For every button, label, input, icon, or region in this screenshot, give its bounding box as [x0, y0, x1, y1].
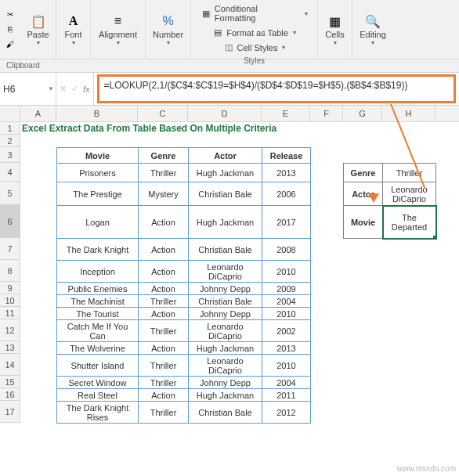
table-cell[interactable]: The Prestige [57, 182, 139, 206]
table-cell[interactable]: Shutter Island [57, 355, 139, 377]
table-cell[interactable]: Hugh Jackman [189, 164, 262, 182]
table-cell[interactable]: Thriller [139, 377, 189, 389]
table-cell[interactable]: Thriller [139, 355, 189, 377]
table-cell[interactable]: Secret Window [57, 377, 139, 389]
table-cell[interactable]: Action [139, 261, 189, 283]
col-header-C[interactable]: C [138, 106, 188, 121]
copy-icon[interactable]: ⎘ [2, 23, 18, 37]
editing-button[interactable]: 🔍Editing▾ [354, 10, 392, 49]
table-cell[interactable]: Thriller [139, 295, 189, 308]
table-cell[interactable]: The Dark Knight Rises [57, 402, 139, 424]
col-header-F[interactable]: F [310, 106, 343, 121]
table-cell[interactable]: Action [139, 389, 189, 402]
row-header-6[interactable]: 6 [0, 205, 20, 238]
paste-button[interactable]: 📋 Paste ▾ [21, 10, 54, 49]
table-cell[interactable]: Leonardo DiCaprio [189, 320, 262, 342]
table-cell[interactable]: 2002 [262, 320, 311, 342]
fx-icon[interactable]: fx [83, 85, 90, 94]
table-cell[interactable]: Action [139, 283, 189, 295]
cut-icon[interactable]: ✂ [2, 8, 18, 22]
table-cell[interactable]: Christian Bale [189, 182, 262, 206]
row-header-14[interactable]: 14 [0, 354, 20, 376]
cells-area[interactable]: Excel Extract Data From Table Based On M… [20, 122, 459, 423]
format-painter-icon[interactable]: 🖌 [2, 38, 18, 52]
lookup-genre-value[interactable]: Thriller [383, 164, 436, 182]
font-button[interactable]: AFont▾ [60, 10, 88, 49]
row-header-5[interactable]: 5 [0, 182, 20, 205]
table-cell[interactable]: Mystery [139, 182, 189, 206]
row-header-13[interactable]: 13 [0, 341, 20, 354]
row-header-1[interactable]: 1 [0, 122, 20, 135]
table-cell[interactable]: 2013 [262, 164, 311, 182]
table-cell[interactable]: 2010 [262, 261, 311, 283]
table-cell[interactable]: Johnny Depp [189, 308, 262, 320]
formula-input[interactable]: =LOOKUP(2,1/($C$4:$C$19=$H$4)/($D$4:$D$1… [97, 74, 456, 103]
cell-styles-button[interactable]: ◫Cell Styles▾ [222, 41, 287, 53]
col-header-A[interactable]: A [20, 106, 56, 121]
number-button[interactable]: %Number▾ [147, 10, 189, 49]
table-cell[interactable]: 2004 [262, 377, 311, 389]
table-cell[interactable]: Prisoners [57, 164, 139, 182]
table-cell[interactable]: 2013 [262, 342, 311, 355]
row-header-9[interactable]: 9 [0, 282, 20, 294]
row-header-11[interactable]: 11 [0, 307, 20, 319]
cancel-icon[interactable]: ✕ [60, 84, 67, 94]
conditional-formatting-button[interactable]: ▦Conditional Formatting▾ [199, 3, 309, 23]
col-header-E[interactable]: E [262, 106, 310, 121]
row-header-2[interactable]: 2 [0, 135, 20, 147]
table-cell[interactable]: Christian Bale [189, 402, 262, 424]
row-header-8[interactable]: 8 [0, 260, 20, 282]
lookup-actor-value[interactable]: Leonardo DiCaprio [383, 182, 436, 206]
table-cell[interactable]: Real Steel [57, 389, 139, 402]
select-all-corner[interactable] [0, 106, 20, 121]
format-as-table-button[interactable]: ▤Format as Table▾ [211, 27, 298, 38]
row-header-12[interactable]: 12 [0, 319, 20, 341]
table-cell[interactable]: Leonardo DiCaprio [189, 355, 262, 377]
row-header-15[interactable]: 15 [0, 376, 20, 388]
table-cell[interactable]: 2009 [262, 283, 311, 295]
table-cell[interactable]: The Machinist [57, 295, 139, 308]
table-cell[interactable]: Thriller [139, 164, 189, 182]
col-header-G[interactable]: G [343, 106, 382, 121]
cells-button[interactable]: ▦Cells▾ [320, 10, 349, 49]
table-cell[interactable]: 2010 [262, 308, 311, 320]
col-header-H[interactable]: H [382, 106, 436, 121]
row-header-3[interactable]: 3 [0, 147, 20, 163]
alignment-button[interactable]: ≡Alignment▾ [93, 10, 143, 49]
enter-icon[interactable]: ✓ [71, 84, 78, 94]
table-cell[interactable]: 2004 [262, 295, 311, 308]
table-cell[interactable]: Johnny Depp [189, 377, 262, 389]
table-cell[interactable]: Leonardo DiCaprio [189, 261, 262, 283]
row-header-4[interactable]: 4 [0, 163, 20, 182]
table-cell[interactable]: Public Enemies [57, 283, 139, 295]
row-header-10[interactable]: 10 [0, 294, 20, 307]
table-cell[interactable]: Thriller [139, 320, 189, 342]
table-cell[interactable]: Catch Me If You Can [57, 320, 139, 342]
table-cell[interactable]: Action [139, 342, 189, 355]
table-cell[interactable]: The Wolverine [57, 342, 139, 355]
table-cell[interactable]: Johnny Depp [189, 283, 262, 295]
table-cell[interactable]: Hugh Jackman [189, 206, 262, 239]
table-cell[interactable]: The Tourist [57, 308, 139, 320]
table-cell[interactable]: 2011 [262, 389, 311, 402]
table-cell[interactable]: 2008 [262, 239, 311, 261]
table-cell[interactable]: Thriller [139, 402, 189, 424]
table-cell[interactable]: Hugh Jackman [189, 342, 262, 355]
table-cell[interactable]: 2010 [262, 355, 311, 377]
row-header-16[interactable]: 16 [0, 388, 20, 401]
lookup-movie-value[interactable]: The Departed [383, 206, 436, 239]
table-cell[interactable]: Christian Bale [189, 239, 262, 261]
table-cell[interactable]: 2017 [262, 206, 311, 239]
table-cell[interactable]: Christian Bale [189, 295, 262, 308]
table-cell[interactable]: Logan [57, 206, 139, 239]
row-header-17[interactable]: 17 [0, 401, 20, 423]
row-header-7[interactable]: 7 [0, 238, 20, 260]
name-box[interactable]: H6▼ [0, 73, 56, 105]
table-cell[interactable]: Inception [57, 261, 139, 283]
table-cell[interactable]: Action [139, 239, 189, 261]
col-header-D[interactable]: D [188, 106, 262, 121]
table-cell[interactable]: 2012 [262, 402, 311, 424]
col-header-B[interactable]: B [56, 106, 138, 121]
table-cell[interactable]: 2006 [262, 182, 311, 206]
table-cell[interactable]: Action [139, 206, 189, 239]
